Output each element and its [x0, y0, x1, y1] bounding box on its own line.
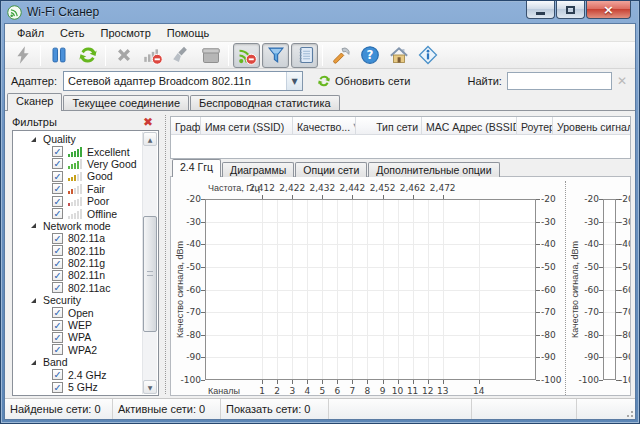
dbm-tick-left — [201, 267, 205, 268]
chart-tab-2[interactable]: Опции сети — [295, 162, 367, 177]
refresh-button[interactable] — [74, 43, 101, 68]
notebook-button[interactable] — [291, 43, 318, 68]
adapter-select[interactable]: Сетевой адаптер Broadcom 802.11n ▼ — [63, 71, 303, 91]
tree-item-802.11ac[interactable]: ✓802.11ac — [13, 282, 158, 294]
checkbox-5 GHz[interactable]: ✓ — [52, 382, 63, 393]
tree-item-5 GHz[interactable]: ✓5 GHz — [13, 381, 158, 393]
help-button[interactable]: ? — [356, 43, 383, 68]
chart-panel: Частота, Ггц2,4122,4222,4322,4422,4522,4… — [170, 176, 631, 396]
tree-item-WPA2[interactable]: ✓WPA2 — [13, 344, 158, 356]
chart-tab-0[interactable]: 2.4 Ггц — [172, 159, 221, 177]
about-button[interactable] — [414, 43, 441, 68]
column-header-4[interactable]: MAC Адрес (BSSID) — [422, 117, 517, 134]
column-header-label: MAC Адрес (BSSID) — [426, 121, 517, 133]
checkbox-802.11n[interactable]: ✓ — [52, 270, 63, 281]
archive-button[interactable] — [197, 43, 224, 68]
tree-item-802.11a[interactable]: ✓802.11a — [13, 232, 158, 244]
tree-group-Quality[interactable]: Quality — [13, 133, 158, 145]
tab-Беспроводная статистика[interactable]: Беспроводная статистика — [190, 95, 340, 110]
find-input[interactable] — [507, 72, 612, 90]
signal-remove-button[interactable] — [139, 43, 166, 68]
tree-item-802.11b[interactable]: ✓802.11b — [13, 245, 158, 257]
tree-item-Good[interactable]: ✓Good — [13, 170, 158, 182]
checkbox-Open[interactable]: ✓ — [52, 307, 63, 318]
resize-grip[interactable] — [624, 408, 634, 418]
tree-item-802.11n[interactable]: ✓802.11n — [13, 269, 158, 281]
expand-arrow-icon[interactable] — [31, 223, 36, 228]
chart-area-splitter[interactable] — [565, 181, 566, 395]
column-header-3[interactable]: Тип сети — [356, 117, 422, 134]
tree-item-WEP[interactable]: ✓WEP — [13, 319, 158, 331]
tree-group-Network mode[interactable]: Network mode — [13, 220, 158, 232]
expand-arrow-icon[interactable] — [31, 360, 36, 365]
chart-tab-1[interactable]: Диаграммы — [222, 162, 294, 177]
close-button[interactable]: × — [586, 1, 631, 19]
menu-item-0[interactable]: Файл — [9, 26, 52, 40]
checkbox-Very Good[interactable]: ✓ — [52, 158, 63, 169]
checkbox-802.11ac[interactable]: ✓ — [52, 282, 63, 293]
panel-splitter[interactable] — [162, 111, 170, 398]
tree-group-Security[interactable]: Security — [13, 294, 158, 306]
power-button[interactable] — [9, 43, 36, 68]
column-header-1[interactable]: Имя сети (SSID) — [201, 117, 293, 134]
tab-Текущее соединение[interactable]: Текущее соединение — [63, 95, 189, 110]
tree-item-Offline[interactable]: ✓Offline — [13, 207, 158, 219]
dbm-gridline — [206, 357, 535, 358]
checkbox-2.4 GHz[interactable]: ✓ — [52, 369, 63, 380]
checkbox-802.11a[interactable]: ✓ — [52, 233, 63, 244]
scroll-up-icon[interactable]: ▲ — [143, 132, 157, 146]
tree-item-WPA[interactable]: ✓WPA — [13, 331, 158, 343]
channel-tick — [383, 380, 384, 384]
tree-item-Very Good[interactable]: ✓Very Good — [13, 158, 158, 170]
checkbox-Fair[interactable]: ✓ — [52, 183, 63, 194]
dbm-gridline-5ghz — [604, 312, 615, 313]
refresh-networks-button[interactable]: Обновить сети — [317, 74, 410, 88]
tree-group-Band[interactable]: Band — [13, 356, 158, 368]
close-filters-icon[interactable]: ✖ — [143, 115, 153, 129]
checkbox-Good[interactable]: ✓ — [52, 171, 63, 182]
tree-item-label: WPA2 — [68, 344, 97, 356]
tab-Сканер[interactable]: Сканер — [7, 93, 62, 111]
minimize-button[interactable] — [526, 1, 555, 19]
expand-arrow-icon[interactable] — [31, 298, 36, 303]
home-button[interactable] — [385, 43, 412, 68]
tree-item-802.11g[interactable]: ✓802.11g — [13, 257, 158, 269]
tree-item-Poor[interactable]: ✓Poor — [13, 195, 158, 207]
expand-arrow-icon[interactable] — [31, 137, 36, 142]
menu-item-2[interactable]: Просмотр — [93, 26, 159, 40]
settings-button[interactable] — [327, 43, 354, 68]
delete-button[interactable] — [110, 43, 137, 68]
column-header-5[interactable]: Роутер — [517, 117, 553, 134]
maximize-button[interactable] — [556, 1, 585, 19]
wifi-alert-button[interactable] — [233, 43, 260, 68]
filter-button[interactable] — [262, 43, 289, 68]
clear-button[interactable] — [168, 43, 195, 68]
checkbox-WPA[interactable]: ✓ — [52, 332, 63, 343]
checkbox-Excellent[interactable]: ✓ — [52, 146, 63, 157]
checkbox-WEP[interactable]: ✓ — [52, 320, 63, 331]
filter-scrollbar[interactable]: ▲ ▼ — [142, 132, 157, 394]
checkbox-WPA2[interactable]: ✓ — [52, 344, 63, 355]
checkbox-802.11b[interactable]: ✓ — [52, 245, 63, 256]
column-header-2[interactable]: Качество...▼ — [293, 117, 356, 134]
pause-button[interactable] — [45, 43, 72, 68]
tree-item-Fair[interactable]: ✓Fair — [13, 183, 158, 195]
menu-item-3[interactable]: Помощь — [159, 26, 218, 40]
content-area: Фильтры ✖ Quality✓Excellent✓Very Good✓Go… — [5, 111, 635, 398]
title-bar[interactable]: Wi-Fi Сканер × — [1, 1, 639, 23]
scroll-down-icon[interactable]: ▼ — [143, 380, 157, 394]
chart-tab-3[interactable]: Дополнительные опции — [368, 162, 499, 177]
clear-search-icon[interactable]: ✕ — [617, 74, 627, 88]
column-header-label: Тип сети — [376, 121, 418, 133]
tree-item-2.4 GHz[interactable]: ✓2.4 GHz — [13, 368, 158, 380]
menu-item-1[interactable]: Сеть — [52, 26, 92, 40]
tree-item-Open[interactable]: ✓Open — [13, 306, 158, 318]
checkbox-Poor[interactable]: ✓ — [52, 196, 63, 207]
column-header-0[interactable]: График — [171, 117, 201, 134]
column-header-6[interactable]: Уровень сигнал... — [553, 117, 630, 134]
tree-item-Excellent[interactable]: ✓Excellent — [13, 145, 158, 157]
checkbox-802.11g[interactable]: ✓ — [52, 258, 63, 269]
checkbox-Offline[interactable]: ✓ — [52, 208, 63, 219]
column-header-label: График — [175, 121, 201, 133]
scrollbar-thumb[interactable] — [143, 216, 157, 332]
